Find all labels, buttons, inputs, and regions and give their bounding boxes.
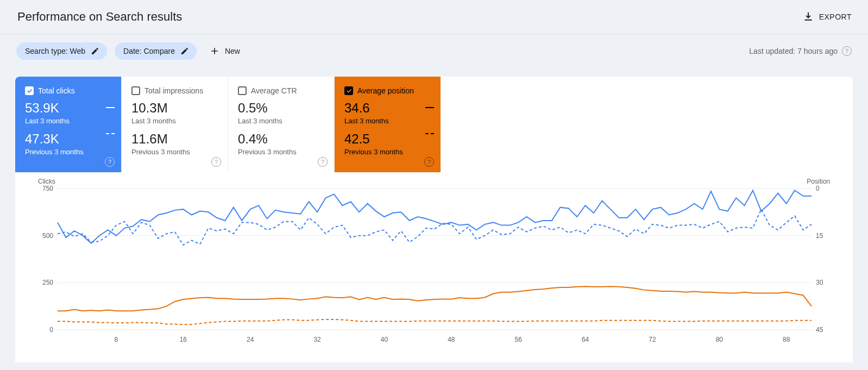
metric-total-impressions[interactable]: Total impressions 10.3M Last 3 months 11… (122, 77, 228, 172)
svg-text:30: 30 (816, 279, 823, 286)
pencil-icon (180, 47, 189, 55)
svg-text:8: 8 (115, 336, 118, 343)
filter-bar: Search type: Web Date: Compare New Last … (0, 34, 868, 77)
metric-period-previous: Previous 3 months (344, 148, 441, 156)
svg-text:56: 56 (515, 336, 523, 343)
svg-text:72: 72 (649, 336, 656, 343)
svg-text:32: 32 (313, 336, 321, 343)
checkbox-icon (131, 86, 140, 95)
svg-text:250: 250 (42, 279, 53, 286)
svg-text:15: 15 (816, 232, 823, 240)
metric-label: Total impressions (144, 86, 203, 95)
last-updated-text: Last updated: 7 hours ago (749, 47, 838, 55)
svg-text:500: 500 (42, 232, 53, 240)
legend-dashed-icon (106, 133, 115, 134)
metric-tabs: Total clicks 53.9K Last 3 months 47.3K P… (15, 77, 853, 172)
metric-label: Average CTR (251, 86, 297, 95)
legend-solid-icon (425, 107, 434, 108)
svg-text:88: 88 (783, 336, 790, 343)
metric-label: Total clicks (38, 86, 75, 95)
checkbox-icon (344, 86, 353, 95)
svg-text:0: 0 (49, 326, 53, 334)
page-header: Performance on Search results EXPORT (0, 0, 868, 34)
metric-period-current: Last 3 months (238, 117, 334, 125)
chart-area: Clicks Position 025050075001530458162432… (15, 172, 853, 362)
metric-value-current: 10.3M (131, 101, 228, 116)
help-icon[interactable]: ? (211, 156, 221, 167)
y-axis-left-label: Clicks (38, 178, 55, 185)
svg-text:16: 16 (180, 336, 187, 343)
pencil-icon (91, 47, 99, 55)
svg-text:48: 48 (448, 336, 455, 343)
metric-period-current: Last 3 months (131, 117, 228, 125)
plus-icon (210, 46, 219, 56)
filter-search-type[interactable]: Search type: Web (16, 42, 107, 60)
performance-chart: 02505007500153045816243240485664728088 (38, 183, 831, 346)
metric-period-previous: Previous 3 months (25, 148, 121, 156)
svg-text:24: 24 (247, 336, 254, 343)
export-button[interactable]: EXPORT (803, 11, 852, 22)
metric-value-previous: 0.4% (238, 131, 334, 147)
metric-period-previous: Previous 3 months (238, 148, 334, 156)
svg-text:45: 45 (816, 326, 823, 334)
help-icon[interactable]: ? (105, 156, 115, 167)
add-filter-label: New (225, 47, 240, 55)
checkbox-icon (25, 86, 34, 95)
metric-label: Average position (357, 86, 414, 95)
legend-solid-icon (106, 107, 115, 108)
metric-average-position[interactable]: Average position 34.6 Last 3 months 42.5… (335, 77, 441, 172)
help-icon[interactable]: ? (318, 156, 328, 167)
last-updated: Last updated: 7 hours ago ? (749, 46, 852, 56)
export-label: EXPORT (819, 12, 852, 21)
metric-value-current: 0.5% (238, 101, 334, 116)
help-icon[interactable]: ? (424, 156, 434, 167)
help-icon[interactable]: ? (842, 46, 852, 56)
page-title: Performance on Search results (17, 10, 182, 24)
svg-text:40: 40 (381, 336, 388, 343)
download-icon (803, 11, 814, 22)
filter-date-label: Date: Compare (123, 47, 175, 55)
svg-text:80: 80 (716, 336, 724, 343)
metric-period-previous: Previous 3 months (131, 148, 228, 156)
y-axis-right-label: Position (807, 178, 830, 185)
metric-value-previous: 11.6M (131, 131, 228, 147)
filter-date[interactable]: Date: Compare (115, 42, 197, 60)
performance-card: Total clicks 53.9K Last 3 months 47.3K P… (15, 77, 853, 362)
svg-text:64: 64 (582, 336, 589, 343)
metric-total-clicks[interactable]: Total clicks 53.9K Last 3 months 47.3K P… (15, 77, 122, 172)
filter-search-type-label: Search type: Web (25, 47, 85, 55)
legend-dashed-icon (425, 133, 434, 134)
metric-average-ctr[interactable]: Average CTR 0.5% Last 3 months 0.4% Prev… (228, 77, 335, 172)
add-filter-button[interactable]: New (204, 42, 246, 60)
checkbox-icon (238, 86, 247, 95)
svg-text:750: 750 (42, 185, 53, 192)
svg-text:0: 0 (816, 185, 820, 192)
metric-value-current: 34.6 (344, 101, 441, 116)
metric-period-current: Last 3 months (25, 117, 121, 125)
metric-value-current: 53.9K (25, 101, 121, 116)
metric-period-current: Last 3 months (344, 117, 441, 125)
